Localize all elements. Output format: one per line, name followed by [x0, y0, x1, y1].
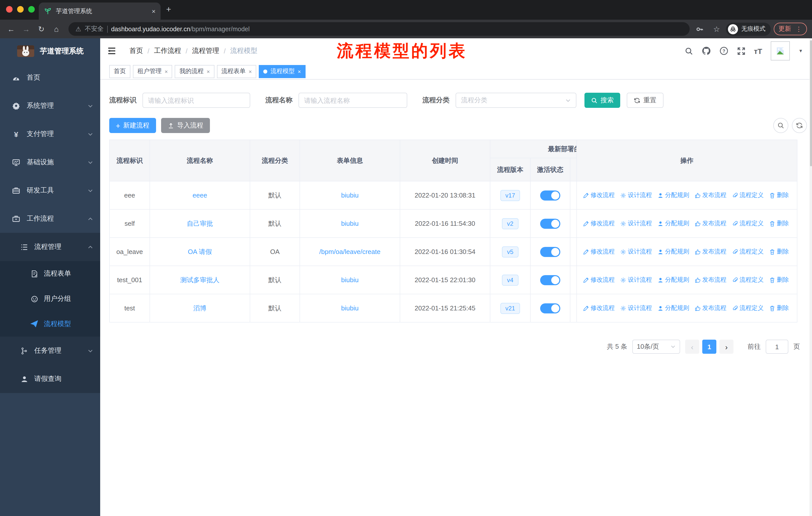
process-definition-link[interactable]: 流程定义 [732, 191, 764, 199]
filter-name-input[interactable] [298, 93, 407, 108]
assign-rule-link[interactable]: 分配规则 [658, 276, 689, 284]
active-toggle[interactable] [540, 303, 560, 313]
tab-close-icon[interactable]: × [152, 7, 155, 15]
assign-rule-link[interactable]: 分配规则 [658, 191, 689, 199]
sidebar-item-dev[interactable]: 研发工具 [0, 176, 100, 205]
delete-link[interactable]: 删除 [769, 276, 789, 284]
tag-process-form[interactable]: 流程表单× [217, 65, 257, 78]
form-info-link[interactable]: biubiu [341, 220, 358, 227]
sidebar-logo[interactable]: 芋道管理系统 [0, 38, 100, 63]
forward-icon[interactable]: → [20, 25, 32, 33]
avatar-caret-down-icon[interactable]: ▼ [799, 48, 803, 53]
tag-tenant[interactable]: 租户管理× [133, 65, 172, 78]
sidebar-item-user-group[interactable]: 用户分组 [0, 286, 100, 311]
browser-menu-kebab-icon[interactable]: ⋮ [795, 25, 802, 33]
address-bar[interactable]: ⚠ 不安全 dashboard.yudao.iocoder.cn/bpm/man… [68, 22, 689, 36]
form-info-link[interactable]: biubiu [341, 276, 358, 284]
tag-process-model-active[interactable]: 流程模型× [259, 65, 306, 78]
goto-page-input[interactable] [766, 340, 788, 354]
publish-process-link[interactable]: 发布流程 [695, 276, 726, 284]
process-definition-link[interactable]: 流程定义 [732, 247, 764, 256]
sidebar-item-task-mgmt[interactable]: 任务管理 [0, 336, 100, 365]
process-name-link[interactable]: 自己审批 [187, 219, 213, 228]
browser-scrollbar[interactable] [810, 38, 812, 516]
sidebar-item-workflow[interactable]: 工作流程 [0, 205, 100, 233]
process-definition-link[interactable]: 流程定义 [732, 304, 764, 313]
next-page-button[interactable]: › [719, 340, 733, 354]
sidebar-item-infra[interactable]: 基础设施 [0, 148, 100, 176]
sidebar-item-process-form[interactable]: 流程表单 [0, 261, 100, 286]
form-info-link[interactable]: biubiu [341, 191, 358, 199]
reset-button[interactable]: 重置 [627, 93, 664, 108]
toggle-search-button[interactable] [773, 118, 788, 133]
design-process-link[interactable]: 设计流程 [620, 276, 652, 284]
avatar[interactable] [771, 41, 790, 60]
create-process-button[interactable]: + 新建流程 [109, 118, 156, 133]
active-toggle[interactable] [540, 275, 560, 285]
scrollbar-thumb[interactable] [810, 40, 812, 166]
reload-icon[interactable]: ↻ [35, 24, 47, 33]
breadcrumb-item[interactable]: 首页 [129, 46, 143, 55]
browser-tab[interactable]: 芋道管理系统 × [39, 2, 161, 20]
sidebar-item-pay[interactable]: ¥ 支付管理 [0, 120, 100, 148]
key-icon[interactable] [695, 25, 707, 33]
design-process-link[interactable]: 设计流程 [620, 304, 652, 313]
back-icon[interactable]: ← [5, 25, 17, 33]
font-size-icon[interactable]: тT [754, 47, 762, 55]
delete-link[interactable]: 删除 [769, 247, 789, 256]
delete-link[interactable]: 删除 [769, 219, 789, 228]
sidebar-item-system[interactable]: 系统管理 [0, 92, 100, 120]
publish-process-link[interactable]: 发布流程 [695, 219, 726, 228]
active-toggle[interactable] [540, 247, 560, 257]
page-button-1[interactable]: 1 [702, 340, 716, 354]
github-icon[interactable] [701, 46, 710, 55]
edit-process-link[interactable]: 修改流程 [583, 247, 615, 256]
search-button[interactable]: 搜索 [584, 93, 620, 108]
edit-process-link[interactable]: 修改流程 [583, 191, 615, 199]
url-text[interactable]: dashboard.yudao.iocoder.cn/bpm/manager/m… [111, 25, 250, 32]
process-name-link[interactable]: 滔博 [193, 304, 206, 313]
publish-process-link[interactable]: 发布流程 [695, 191, 726, 199]
help-icon[interactable]: ? [719, 46, 728, 55]
tag-home[interactable]: 首页 [109, 65, 130, 78]
process-definition-link[interactable]: 流程定义 [732, 276, 764, 284]
refresh-table-button[interactable] [792, 118, 807, 133]
page-size-select[interactable]: 10条/页 [632, 340, 680, 354]
process-name-link[interactable]: 测试多审批人 [180, 275, 220, 284]
home-icon[interactable]: ⌂ [50, 25, 62, 33]
form-info-link[interactable]: /bpm/oa/leave/create [319, 248, 381, 255]
tag-close-icon[interactable]: × [165, 68, 168, 74]
minimize-window-button[interactable] [17, 6, 24, 12]
tag-close-icon[interactable]: × [298, 68, 301, 74]
filter-key-input[interactable] [142, 93, 250, 108]
assign-rule-link[interactable]: 分配规则 [658, 219, 689, 228]
assign-rule-link[interactable]: 分配规则 [658, 304, 689, 313]
tag-close-icon[interactable]: × [249, 68, 252, 74]
delete-link[interactable]: 删除 [769, 304, 789, 313]
filter-category-select[interactable]: 流程分类 [456, 93, 576, 108]
design-process-link[interactable]: 设计流程 [620, 247, 652, 256]
tag-close-icon[interactable]: × [207, 68, 210, 74]
import-process-button[interactable]: 导入流程 [161, 118, 210, 133]
form-info-link[interactable]: biubiu [341, 304, 358, 312]
active-toggle[interactable] [540, 190, 560, 200]
publish-process-link[interactable]: 发布流程 [695, 247, 726, 256]
security-label[interactable]: 不安全 [85, 25, 104, 33]
close-window-button[interactable] [6, 6, 12, 12]
sidebar-item-process-model[interactable]: 流程模型 [0, 311, 100, 336]
bookmark-star-icon[interactable]: ☆ [710, 24, 723, 33]
publish-process-link[interactable]: 发布流程 [695, 304, 726, 313]
process-name-link[interactable]: eeee [193, 191, 207, 199]
prev-page-button[interactable]: ‹ [685, 340, 699, 354]
sidebar-item-leave-query[interactable]: 请假查询 [0, 365, 100, 393]
process-definition-link[interactable]: 流程定义 [732, 219, 764, 228]
maximize-window-button[interactable] [28, 6, 35, 12]
sidebar-collapse-icon[interactable] [107, 46, 116, 55]
sidebar-item-process-mgmt[interactable]: 流程管理 [0, 233, 100, 261]
breadcrumb-item[interactable]: 流程管理 [192, 46, 219, 55]
tag-my-process[interactable]: 我的流程× [175, 65, 214, 78]
search-icon[interactable] [685, 47, 693, 55]
edit-process-link[interactable]: 修改流程 [583, 219, 615, 228]
delete-link[interactable]: 删除 [769, 191, 789, 199]
assign-rule-link[interactable]: 分配规则 [658, 247, 689, 256]
